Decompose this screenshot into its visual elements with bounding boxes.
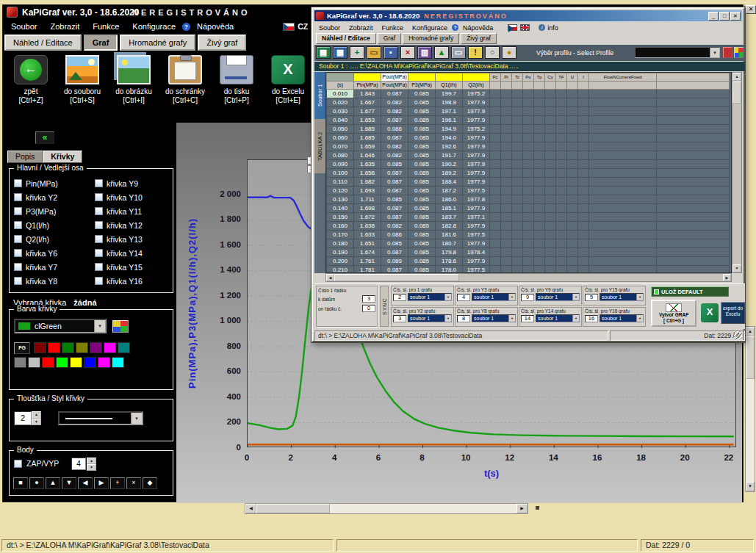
table-cell[interactable]	[578, 142, 589, 151]
table-cell[interactable]	[545, 160, 556, 169]
table-cell[interactable]: 1977.9	[463, 116, 490, 125]
table-cell[interactable]	[657, 231, 730, 239]
file-select[interactable]: soubor 1	[536, 293, 580, 301]
table-cell[interactable]	[589, 187, 657, 195]
header-cell[interactable]	[657, 73, 730, 82]
table-cell[interactable]	[512, 98, 523, 107]
table-cell[interactable]	[556, 142, 567, 151]
table-cell[interactable]	[501, 90, 512, 98]
table-cell[interactable]: 0.087	[381, 169, 408, 178]
table-cell[interactable]	[512, 151, 523, 160]
table-cell[interactable]	[501, 231, 512, 239]
table-cell[interactable]	[556, 239, 567, 248]
scroll-down-icon[interactable]	[732, 264, 741, 272]
table-cell[interactable]: 0.086	[381, 125, 408, 134]
dropdown-arrow-icon[interactable]	[572, 294, 579, 300]
menu-item-napoveda[interactable]: Nápověda	[190, 22, 240, 31]
table-cell[interactable]	[534, 134, 545, 142]
table-cell[interactable]	[589, 134, 657, 142]
table-cell[interactable]: 0.085	[408, 98, 436, 107]
table-cell[interactable]: 0.089	[381, 257, 408, 266]
header-cell[interactable]	[589, 82, 657, 90]
table-cell[interactable]: 0.130	[327, 195, 354, 204]
table-cell[interactable]	[578, 160, 589, 169]
table-cell[interactable]: 1.672	[354, 213, 381, 222]
width-spinner[interactable]	[32, 411, 41, 425]
table-cell[interactable]: 198.9	[436, 98, 463, 107]
table-cell[interactable]: 1977.9	[463, 204, 490, 213]
table-cell[interactable]: 0.085	[381, 239, 408, 248]
table-cell[interactable]: 1977.9	[463, 178, 490, 187]
spin-up-icon[interactable]	[87, 458, 96, 464]
table-cell[interactable]: 0.010	[327, 90, 354, 98]
column-number-input[interactable]: 5	[585, 294, 598, 301]
table-cell[interactable]	[578, 213, 589, 222]
table-cell[interactable]	[589, 239, 657, 248]
table-cell[interactable]	[567, 125, 578, 134]
file-select[interactable]: soubor 1	[600, 293, 644, 301]
table-cell[interactable]	[657, 142, 730, 151]
point-shape-button[interactable]: ●	[29, 477, 44, 489]
table-cell[interactable]	[545, 213, 556, 222]
table-cell[interactable]	[545, 116, 556, 125]
header-cell[interactable]	[436, 73, 463, 82]
table-cell[interactable]: 0.210	[327, 266, 354, 274]
header-cell[interactable]: Tc	[512, 73, 523, 82]
dialog-menu-soubor[interactable]: Soubor	[314, 24, 345, 32]
table-cell[interactable]	[545, 151, 556, 160]
table-cell[interactable]	[578, 204, 589, 213]
table-cell[interactable]	[567, 142, 578, 151]
row-number-input[interactable]: 0	[362, 305, 375, 312]
table-cell[interactable]	[578, 169, 589, 178]
table-cell[interactable]	[545, 187, 556, 195]
table-cell[interactable]	[567, 90, 578, 98]
table-cell[interactable]: 1977.8	[463, 195, 490, 204]
table-cell[interactable]: 1.685	[354, 125, 381, 134]
table-cell[interactable]	[657, 187, 730, 195]
toolbar-do-tisku[interactable]: do tisku[Ctrl+P]	[213, 55, 260, 105]
table-cell[interactable]	[657, 90, 730, 98]
header-cell[interactable]: Cy	[545, 73, 556, 82]
checkbox-krivka-y11[interactable]	[95, 207, 103, 215]
table-cell[interactable]	[556, 98, 567, 107]
scroll-left-icon[interactable]	[245, 504, 256, 513]
checkbox-krivka-y6[interactable]	[14, 249, 22, 257]
data-table[interactable]: Pout(MPa)PcPiTcPoTpCyTFUIFlowNCurrentFix…	[326, 73, 730, 273]
table-cell[interactable]	[490, 204, 501, 213]
table-cell[interactable]: 1.674	[354, 248, 381, 257]
table-cell[interactable]	[523, 248, 534, 257]
column-number-input[interactable]: 2	[393, 294, 406, 301]
spin-up-icon[interactable]	[32, 411, 41, 419]
table-cell[interactable]	[545, 90, 556, 98]
table-cell[interactable]	[578, 257, 589, 266]
open-folder-icon[interactable]: ▭	[367, 46, 381, 59]
checkbox-krivka-y16[interactable]	[95, 277, 103, 285]
header-cell[interactable]: Pi	[501, 73, 512, 82]
table-cell[interactable]: 0.040	[327, 116, 354, 125]
table-cell[interactable]: 0.085	[408, 142, 436, 151]
delete-table-icon[interactable]: ×	[400, 46, 415, 59]
table-cell[interactable]	[556, 257, 567, 266]
table-cell[interactable]	[545, 125, 556, 134]
warning-icon[interactable]: !	[468, 46, 483, 59]
tab-hromadne-grafy[interactable]: Hromadné grafy	[120, 35, 195, 51]
table-cell[interactable]	[523, 213, 534, 222]
table-cell[interactable]: 1.698	[354, 204, 381, 213]
first-row-input[interactable]: 3	[362, 295, 375, 303]
table-cell[interactable]: 0.190	[327, 248, 354, 257]
table-cell[interactable]: 1978.4	[463, 248, 490, 257]
table-cell[interactable]	[545, 239, 556, 248]
table-cell[interactable]	[523, 169, 534, 178]
table-cell[interactable]	[523, 125, 534, 134]
table-cell[interactable]	[490, 98, 501, 107]
tab-graf[interactable]: Graf	[84, 35, 118, 51]
table-cell[interactable]: 1.659	[354, 142, 381, 151]
scroll-up-icon[interactable]	[746, 327, 755, 336]
key-icon[interactable]: ●	[502, 46, 516, 59]
table-cell[interactable]: 0.085	[381, 160, 408, 169]
table-row[interactable]: 0.1501.6720.0870.085183.71977.1	[327, 213, 730, 222]
table-cell[interactable]	[523, 231, 534, 239]
points-on-off-checkbox[interactable]	[14, 460, 22, 468]
table-cell[interactable]: 194.9	[436, 125, 463, 134]
header-cell[interactable]	[501, 82, 512, 90]
